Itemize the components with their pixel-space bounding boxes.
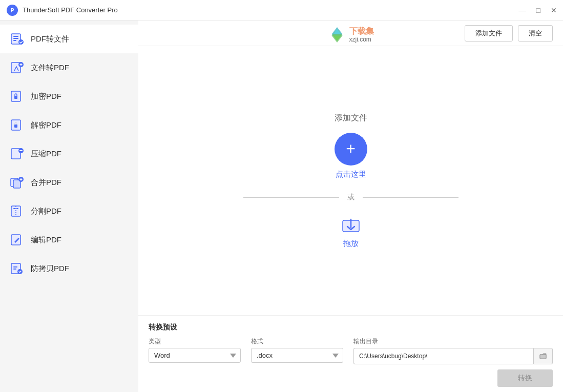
or-line-left [243, 197, 339, 198]
browse-button[interactable] [533, 348, 553, 364]
format-group: 格式 .docx .doc [251, 337, 343, 363]
app-logo: P ThunderSoft PDF Converter Pro [6, 4, 118, 16]
sidebar-item-compress-pdf[interactable]: 压缩PDF [0, 139, 138, 168]
format-label: 格式 [251, 337, 343, 346]
file-to-pdf-icon [10, 60, 25, 75]
svg-rect-20 [13, 208, 15, 209]
plus-icon: + [346, 140, 356, 157]
convert-button[interactable]: 转换 [497, 369, 553, 387]
compress-icon [10, 147, 25, 161]
minimize-button[interactable]: — [517, 6, 528, 15]
split-icon [10, 204, 25, 218]
convert-row: 转换 [149, 369, 553, 387]
svg-rect-21 [16, 208, 18, 209]
sidebar-item-protect-pdf[interactable]: 防拷贝PDF [0, 254, 138, 283]
watermark-line1: 下载集 [349, 26, 374, 36]
drop-area: 添加文件 + 点击这里 或 拖放 [138, 46, 563, 315]
app-logo-icon: P [6, 4, 18, 16]
output-label: 输出目录 [353, 337, 553, 346]
watermark: 下载集 xzji.com [328, 26, 374, 44]
drag-icon [341, 215, 361, 236]
svg-rect-4 [13, 38, 18, 39]
svg-rect-5 [13, 40, 16, 41]
type-select[interactable]: Word Excel PowerPoint Image Text HTML RT… [149, 348, 241, 363]
main-layout: PDF转文件 文件转PDF 加密PDF [0, 20, 563, 392]
bottom-panel: 转换预设 类型 Word Excel PowerPoint Image Text… [138, 315, 563, 392]
sidebar-item-encrypt-pdf[interactable]: 加密PDF [0, 82, 138, 111]
app-title: ThunderSoft PDF Converter Pro [23, 6, 118, 14]
decrypt-icon [10, 118, 25, 132]
edit-icon [10, 233, 25, 247]
watermark-text: 下载集 xzji.com [349, 26, 374, 44]
sidebar-label-compress-pdf: 压缩PDF [31, 149, 61, 159]
clear-button[interactable]: 清空 [518, 25, 553, 42]
add-file-label: 添加文件 [335, 113, 367, 123]
sidebar-item-file-to-pdf[interactable]: 文件转PDF [0, 53, 138, 82]
sidebar-item-pdf-to-file[interactable]: PDF转文件 [0, 25, 138, 53]
form-row: 类型 Word Excel PowerPoint Image Text HTML… [149, 337, 553, 364]
svg-rect-25 [13, 269, 16, 270]
sidebar-item-split-pdf[interactable]: 分割PDF [0, 197, 138, 225]
protect-icon [10, 261, 25, 276]
sidebar-label-split-pdf: 分割PDF [31, 207, 61, 216]
sidebar-label-merge-pdf: 合并PDF [31, 178, 61, 188]
or-divider: 或 [243, 193, 458, 202]
add-file-button[interactable]: 添加文件 [465, 25, 513, 42]
svg-rect-10 [14, 96, 17, 99]
pdf-to-file-icon [10, 32, 25, 46]
conversion-title: 转换预设 [149, 323, 553, 332]
sidebar-item-merge-pdf[interactable]: 合并PDF [0, 168, 138, 197]
encrypt-icon [10, 89, 25, 104]
watermark-line2: xzji.com [349, 36, 374, 43]
click-here-text: 点击这里 [336, 170, 366, 179]
output-group: 输出目录 [353, 337, 553, 364]
folder-icon [539, 352, 547, 360]
sidebar-label-protect-pdf: 防拷贝PDF [31, 264, 69, 274]
type-group: 类型 Word Excel PowerPoint Image Text HTML… [149, 337, 241, 363]
window-controls: — □ ✕ [517, 6, 559, 15]
title-bar: P ThunderSoft PDF Converter Pro — □ ✕ [0, 0, 563, 20]
content-area: 下载集 xzji.com 添加文件 清空 添加文件 + 点击这里 或 [138, 20, 563, 392]
watermark-icon [328, 26, 346, 44]
svg-rect-24 [13, 266, 17, 267]
svg-rect-12 [14, 125, 17, 128]
or-text: 或 [347, 193, 355, 202]
type-label: 类型 [149, 337, 241, 346]
sidebar-label-encrypt-pdf: 加密PDF [31, 92, 61, 101]
add-circle-button[interactable]: + [335, 133, 367, 166]
drag-text: 拖放 [343, 239, 359, 249]
output-path-input[interactable] [353, 348, 533, 364]
svg-rect-22 [11, 235, 20, 245]
close-button[interactable]: ✕ [549, 6, 559, 15]
svg-text:P: P [11, 8, 14, 13]
svg-rect-3 [13, 36, 18, 37]
sidebar-label-pdf-to-file: PDF转文件 [31, 34, 69, 44]
sidebar: PDF转文件 文件转PDF 加密PDF [0, 20, 138, 392]
sidebar-item-edit-pdf[interactable]: 编辑PDF [0, 225, 138, 254]
or-line-right [363, 197, 458, 198]
sidebar-item-decrypt-pdf[interactable]: 解密PDF [0, 111, 138, 139]
drag-drop-area[interactable]: 拖放 [341, 215, 361, 249]
sidebar-label-edit-pdf: 编辑PDF [31, 235, 61, 245]
sidebar-label-decrypt-pdf: 解密PDF [31, 120, 61, 130]
output-input-row [353, 348, 553, 364]
maximize-button[interactable]: □ [534, 6, 543, 15]
sidebar-label-file-to-pdf: 文件转PDF [31, 63, 69, 73]
format-select[interactable]: .docx .doc [251, 348, 343, 363]
merge-icon [10, 175, 25, 190]
svg-point-6 [18, 39, 24, 45]
